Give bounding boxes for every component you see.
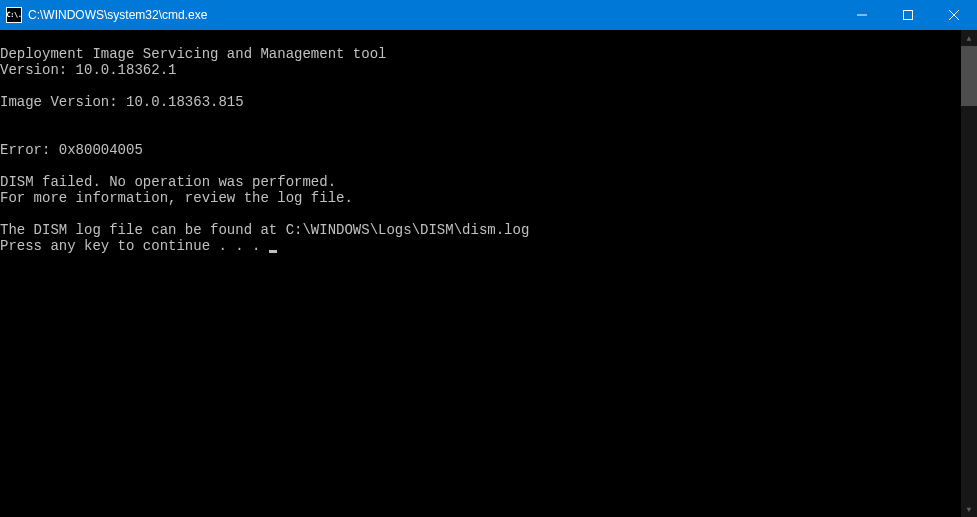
terminal-line: Deployment Image Servicing and Managemen… bbox=[0, 46, 961, 62]
scroll-up-arrow-icon[interactable]: ▲ bbox=[961, 30, 977, 46]
terminal-line bbox=[0, 206, 961, 222]
terminal-line: Version: 10.0.18362.1 bbox=[0, 62, 961, 78]
terminal-line: Press any key to continue . . . bbox=[0, 238, 961, 254]
window-controls bbox=[839, 0, 977, 30]
terminal-line bbox=[0, 158, 961, 174]
cmd-icon-text: C:\. bbox=[7, 11, 22, 19]
maximize-icon bbox=[903, 10, 913, 20]
vertical-scrollbar[interactable]: ▲ ▼ bbox=[961, 30, 977, 517]
terminal-line bbox=[0, 110, 961, 126]
scroll-down-arrow-icon[interactable]: ▼ bbox=[961, 501, 977, 517]
close-icon bbox=[949, 10, 959, 20]
maximize-button[interactable] bbox=[885, 0, 931, 30]
cmd-icon: C:\. bbox=[6, 7, 22, 23]
terminal-area[interactable]: Deployment Image Servicing and Managemen… bbox=[0, 30, 977, 517]
window-title: C:\WINDOWS\system32\cmd.exe bbox=[28, 8, 839, 22]
svg-rect-1 bbox=[904, 11, 913, 20]
terminal-line: Image Version: 10.0.18363.815 bbox=[0, 94, 961, 110]
terminal-line: For more information, review the log fil… bbox=[0, 190, 961, 206]
terminal-line: Error: 0x80004005 bbox=[0, 142, 961, 158]
scrollbar-thumb[interactable] bbox=[961, 46, 977, 106]
terminal-line: The DISM log file can be found at C:\WIN… bbox=[0, 222, 961, 238]
terminal-output: Deployment Image Servicing and Managemen… bbox=[0, 30, 961, 517]
terminal-line bbox=[0, 126, 961, 142]
terminal-cursor bbox=[269, 250, 277, 253]
window-titlebar[interactable]: C:\. C:\WINDOWS\system32\cmd.exe bbox=[0, 0, 977, 30]
minimize-icon bbox=[857, 10, 867, 20]
close-button[interactable] bbox=[931, 0, 977, 30]
terminal-line bbox=[0, 30, 961, 46]
minimize-button[interactable] bbox=[839, 0, 885, 30]
terminal-line: DISM failed. No operation was performed. bbox=[0, 174, 961, 190]
terminal-line bbox=[0, 78, 961, 94]
